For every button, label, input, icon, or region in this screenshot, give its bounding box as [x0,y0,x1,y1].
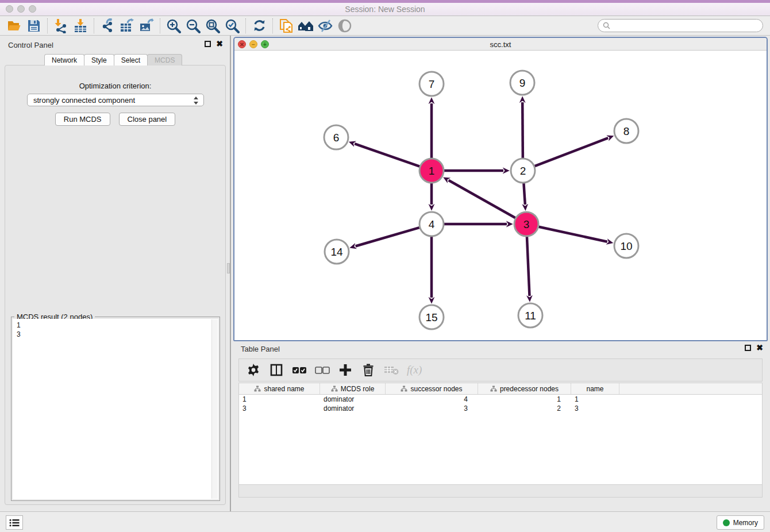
result-scrollbar[interactable] [211,319,218,499]
column-header-predecessor-nodes[interactable]: predecessor nodes [478,383,571,394]
table-cell[interactable]: 3 [386,404,478,413]
graph-node-label-9: 9 [519,77,526,89]
table-cell[interactable]: dominator [320,404,386,413]
zoom-out-icon[interactable] [183,17,203,34]
tab-select[interactable]: Select [114,54,148,65]
table-toolbar: f(x) [238,358,763,381]
graph-node-label-14: 14 [330,246,343,258]
graph-node-label-7: 7 [429,78,435,90]
network-graph[interactable]: 7968124314101511 [234,51,767,340]
show-graphics-details-icon[interactable] [335,17,355,34]
graph-node-label-1: 1 [429,165,435,177]
show-columns-icon[interactable] [269,363,284,377]
deselect-all-icon[interactable] [315,363,330,377]
edge-3-11[interactable] [527,237,530,296]
edge-4-14[interactable] [356,228,419,246]
network-canvas[interactable]: 7968124314101511 [234,51,767,340]
application-window: Session: New Session [0,0,770,532]
refresh-icon[interactable] [249,17,269,34]
column-header-label: successor nodes [410,385,462,393]
node-table[interactable]: shared nameMCDS rolesuccessor nodesprede… [238,383,763,485]
table-cell[interactable]: 1 [478,395,571,404]
export-network-icon[interactable] [98,17,117,34]
table-cell[interactable]: 3 [571,404,619,413]
panel-divider[interactable] [230,36,231,511]
table-panel-header: Table Panel ✖ [233,342,768,356]
optimization-criterion-select[interactable]: strongly connected component [27,94,204,106]
zoom-in-icon[interactable] [164,17,183,34]
zoom-selected-icon[interactable] [222,17,242,34]
hierarchy-icon [331,385,338,392]
select-all-icon[interactable] [292,363,307,377]
hierarchy-icon [401,385,407,392]
main-toolbar [0,16,770,36]
optimization-criterion-value: strongly connected component [33,96,135,105]
tab-network[interactable]: Network [44,54,84,65]
mcds-result-text[interactable]: 1 3 [13,319,218,499]
graph-node-label-8: 8 [623,125,630,137]
memory-status-icon [723,519,730,526]
result-line: 1 [17,321,218,330]
search-input[interactable] [613,22,750,30]
chevron-updown-icon [193,96,199,107]
table-cell[interactable]: 1 [239,395,320,404]
search-field[interactable] [598,19,763,32]
table-row[interactable]: 1dominator411 [239,395,762,404]
tab-mcds[interactable]: MCDS [147,54,182,65]
edge-2-9[interactable] [522,102,523,158]
table-panel-title: Table Panel [241,345,280,353]
graph-node-label-4: 4 [429,218,435,230]
graph-node-label-10: 10 [620,240,632,252]
column-header-label: MCDS role [341,385,375,393]
table-cell[interactable]: 4 [386,395,478,404]
import-network-icon[interactable] [51,17,71,34]
edge-1-6[interactable] [355,144,419,167]
save-session-icon[interactable] [24,17,44,34]
memory-button[interactable]: Memory [717,515,764,530]
graph-node-label-3: 3 [523,218,530,230]
divider-handle[interactable] [227,263,230,273]
export-image-icon[interactable] [137,17,156,34]
column-header-name[interactable]: name [571,383,619,394]
import-table-icon[interactable] [71,17,90,34]
table-cell[interactable]: dominator [320,395,386,404]
control-panel-title: Control Panel [8,41,53,49]
first-neighbors-icon[interactable] [296,17,315,34]
edge-3-10[interactable] [538,227,607,242]
table-cell[interactable]: 3 [239,404,320,413]
edge-3-1[interactable] [449,180,515,218]
float-panel-icon[interactable] [205,41,211,47]
run-mcds-button[interactable]: Run MCDS [55,113,110,126]
edge-2-8[interactable] [535,138,609,166]
zoom-fit-icon[interactable] [203,17,222,34]
table-header-row: shared nameMCDS rolesuccessor nodesprede… [239,383,762,395]
memory-label: Memory [733,519,758,527]
result-line: 3 [17,330,218,339]
close-panel-icon[interactable]: ✖ [216,41,223,47]
close-panel-button[interactable]: Close panel [119,113,176,126]
delete-column-trash-icon[interactable] [361,363,376,377]
network-view-window: ✕ − + scc.txt 7968124314101511 [233,37,768,341]
close-table-panel-icon[interactable]: ✖ [756,345,763,351]
optimization-criterion-label: Optimization criterion: [5,82,225,90]
table-cell[interactable]: 1 [571,395,619,404]
column-header-MCDS-role[interactable]: MCDS role [320,383,386,394]
open-session-icon[interactable] [5,17,24,34]
graph-node-label-6: 6 [333,132,340,144]
task-history-button[interactable] [6,515,23,530]
table-settings-gear-icon[interactable] [246,363,261,377]
tab-style[interactable]: Style [84,54,114,65]
duplicate-network-icon[interactable] [276,17,296,34]
graph-node-label-11: 11 [525,310,536,322]
table-row[interactable]: 3dominator323 [239,404,762,413]
table-cell[interactable]: 2 [478,404,571,413]
column-header-shared-name[interactable]: shared name [239,383,320,394]
hide-graphics-details-icon[interactable] [315,17,335,34]
edge-2-3[interactable] [523,183,525,205]
main-area: Control Panel ✖ Network Style Select MCD… [0,36,770,511]
table-body: 1dominator4113dominator323 [239,395,762,413]
create-column-plus-icon[interactable] [338,363,353,377]
float-table-panel-icon[interactable] [745,345,751,351]
export-table-icon[interactable] [117,17,137,34]
column-header-successor-nodes[interactable]: successor nodes [386,383,478,394]
